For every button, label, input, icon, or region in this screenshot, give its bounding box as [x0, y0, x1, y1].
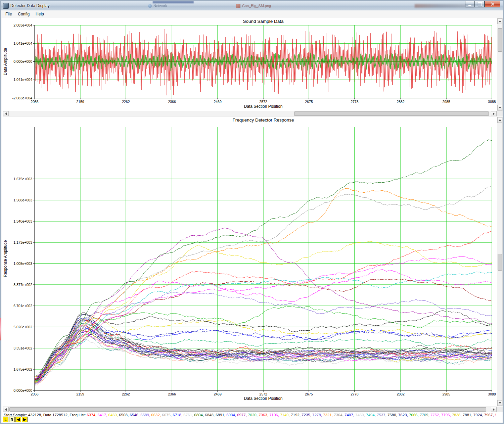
svg-text:2572: 2572 [259, 392, 267, 396]
freq-value: 6761, [183, 413, 194, 417]
sound-h-scroll-track[interactable] [9, 111, 491, 116]
bottom-h-scrollbar[interactable] [3, 407, 497, 412]
down-arrow-icon [499, 402, 501, 404]
freq-value: 6546, [130, 413, 140, 417]
scroll-down-button[interactable] [497, 105, 502, 110]
ghost-window-fragment [153, 1, 194, 3]
image-file-icon [236, 4, 240, 8]
freq-v-scroll-thumb[interactable] [498, 254, 502, 271]
menu-config[interactable]: Config [15, 11, 33, 17]
svg-text:-2.083e+004: -2.083e+004 [12, 96, 32, 100]
freq-value: 7924, [473, 413, 484, 417]
sound-v-scroll-thumb[interactable] [498, 28, 502, 52]
svg-text:1.005e+003: 1.005e+003 [13, 262, 32, 266]
ghost-network-item: Network [148, 1, 167, 10]
svg-text:3088: 3088 [488, 100, 496, 104]
freq-value: 7321, [323, 413, 334, 417]
svg-text:2469: 2469 [214, 100, 222, 104]
svg-text:-1.041e+004: -1.041e+004 [12, 78, 32, 82]
svg-text:2366: 2366 [168, 100, 176, 104]
freq-value: 7020, [248, 413, 259, 417]
bottom-h-scroll-track[interactable] [9, 407, 491, 412]
sound-h-scrollbar[interactable] [3, 111, 497, 116]
freq-value: 8010, [495, 413, 496, 417]
sound-v-scrollbar[interactable] [497, 18, 503, 111]
freq-value: 6374, [87, 413, 97, 417]
freq-value: 7063, [259, 413, 269, 417]
scroll-up-button[interactable] [497, 18, 502, 24]
step-back-button[interactable]: ◀ [15, 417, 21, 422]
menu-help[interactable]: Help [33, 11, 47, 17]
freq-value: 6417, [97, 413, 108, 417]
freq-value: 6503, [119, 413, 130, 417]
svg-text:2.083e+004: 2.083e+004 [13, 23, 32, 27]
svg-text:2469: 2469 [214, 392, 222, 396]
freq-chart-svg: 0.000e+0001.675e+0023.351e+0025.026e+002… [3, 117, 497, 406]
svg-text:Sound Sample Data: Sound Sample Data [243, 19, 284, 24]
svg-text:2882: 2882 [397, 100, 405, 104]
right-arrow-icon [493, 112, 495, 115]
left-channel-button[interactable]: L [3, 417, 8, 422]
desktop-bleed-speck [0, 318, 1, 340]
playback-controls: L R ◀ ▶ [3, 417, 28, 422]
step-forward-button[interactable]: ▶ [22, 417, 28, 422]
freq-value: 6934, [226, 413, 237, 417]
scroll-right-button[interactable] [491, 111, 497, 116]
svg-text:2675: 2675 [305, 100, 313, 104]
freq-value: 6675, [162, 413, 173, 417]
right-channel-button[interactable]: R [9, 417, 15, 422]
svg-text:0.000e+000: 0.000e+000 [13, 59, 32, 63]
window-buttons [465, 1, 500, 7]
scroll-down-button[interactable] [497, 400, 502, 406]
freq-value: 6589, [140, 413, 151, 417]
ghost-image-item: Con_Big_SM.png [236, 1, 271, 10]
close-icon [491, 2, 495, 6]
title-bar[interactable]: Network Con_Big_SM.png Detector Data Dis… [1, 1, 503, 10]
svg-text:2366: 2366 [168, 392, 176, 396]
freq-value: 7407, [345, 413, 355, 417]
freq-value: 7967, [484, 413, 495, 417]
svg-text:2262: 2262 [122, 392, 130, 396]
svg-text:1.173e+003: 1.173e+003 [13, 240, 32, 244]
scrollbar-corner [497, 407, 503, 412]
svg-text:0.000e+000: 0.000e+000 [13, 388, 32, 392]
svg-text:2675: 2675 [305, 392, 313, 396]
sound-v-scroll-track[interactable] [497, 24, 502, 105]
close-button[interactable] [485, 1, 500, 7]
svg-text:3088: 3088 [488, 392, 496, 396]
svg-text:1.340e+003: 1.340e+003 [13, 219, 32, 223]
scroll-left-button[interactable] [3, 407, 9, 412]
maximize-button[interactable] [475, 1, 485, 7]
freq-value: 6718, [173, 413, 183, 417]
freq-v-scroll-track[interactable] [497, 123, 502, 400]
freq-value: 7364, [334, 413, 345, 417]
freq-value: 7580, [387, 413, 398, 417]
minimize-icon [468, 5, 471, 6]
freq-value: 7537, [377, 413, 387, 417]
freq-value: 7752, [430, 413, 441, 417]
freq-value: 7881, [463, 413, 473, 417]
svg-text:2778: 2778 [351, 100, 359, 104]
freq-v-scrollbar[interactable] [497, 117, 503, 406]
up-arrow-icon [499, 20, 501, 22]
sound-sample-chart: 2.083e+0041.041e+0040.000e+000-1.041e+00… [3, 18, 497, 111]
menu-file[interactable]: File [2, 11, 15, 17]
freq-value: 7666, [409, 413, 420, 417]
app-window: Network Con_Big_SM.png Detector Data Dis… [0, 0, 504, 424]
freq-value: 7278, [312, 413, 323, 417]
window-title: Detector Data Display [10, 3, 50, 8]
scroll-left-button[interactable] [3, 111, 9, 116]
freq-value: 6848, [205, 413, 216, 417]
bottom-h-scroll-thumb[interactable] [9, 407, 486, 412]
svg-text:Data Section Position: Data Section Position [244, 104, 283, 109]
svg-text:2985: 2985 [442, 100, 450, 104]
left-arrow-icon [5, 408, 7, 411]
scroll-right-button[interactable] [491, 407, 497, 412]
freq-value: 7106, [269, 413, 280, 417]
svg-text:6.701e+002: 6.701e+002 [13, 304, 32, 308]
minimize-button[interactable] [465, 1, 475, 7]
scroll-up-button[interactable] [497, 117, 502, 123]
svg-text:2056: 2056 [31, 100, 39, 104]
svg-text:Data Amplitude: Data Amplitude [3, 48, 8, 75]
sound-h-scroll-thumb[interactable] [294, 111, 489, 116]
